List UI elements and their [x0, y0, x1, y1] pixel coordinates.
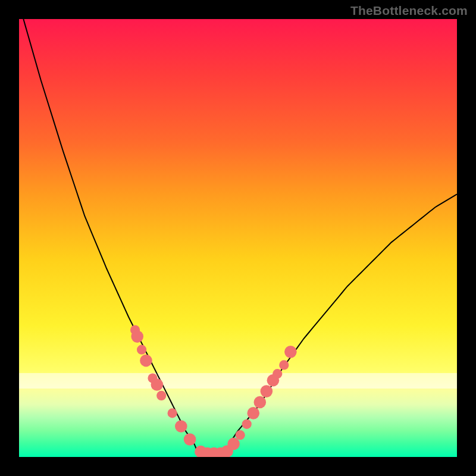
data-marker	[184, 433, 196, 446]
data-marker	[273, 369, 282, 378]
chart-area	[19, 19, 457, 457]
data-marker	[261, 385, 273, 397]
data-marker	[284, 346, 297, 358]
data-marker	[151, 378, 164, 391]
data-marker	[242, 419, 252, 429]
watermark-text: TheBottleneck.com	[350, 4, 468, 18]
data-marker	[236, 430, 245, 440]
data-marker	[140, 355, 152, 367]
data-marker	[175, 420, 187, 433]
data-marker	[279, 360, 289, 369]
data-marker	[168, 408, 177, 418]
data-marker	[156, 391, 166, 400]
data-marker	[247, 407, 259, 419]
data-marker	[227, 438, 240, 450]
chart-svg	[19, 19, 457, 457]
data-marker	[253, 396, 266, 409]
data-marker	[131, 330, 143, 343]
data-marker	[137, 345, 146, 355]
bottleneck-curve	[23, 19, 457, 455]
